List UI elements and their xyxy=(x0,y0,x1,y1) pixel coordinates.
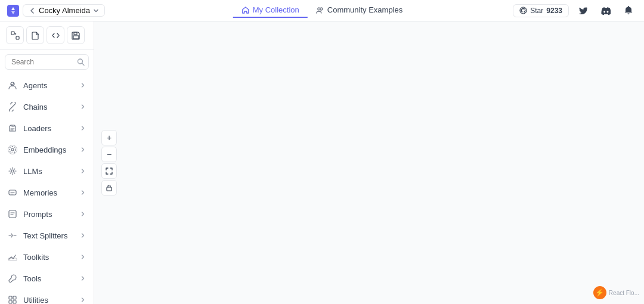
star-count: 9233 xyxy=(546,7,562,15)
svg-rect-17 xyxy=(9,296,12,299)
topbar-right: Star 9233 xyxy=(513,2,637,19)
sidebar-item-loaders[interactable]: Loaders xyxy=(0,117,94,139)
tools-icon xyxy=(7,273,18,284)
sidebar-item-label: Tools xyxy=(23,274,74,283)
chevron-right-icon xyxy=(79,82,86,89)
chevron-right-icon xyxy=(79,167,86,175)
agents-icon xyxy=(7,80,18,91)
sidebar-item-memories[interactable]: Memories xyxy=(0,182,94,203)
search-container xyxy=(5,54,89,70)
file-icon xyxy=(31,31,40,40)
svg-rect-7 xyxy=(73,36,79,39)
fit-view-button[interactable] xyxy=(101,163,117,179)
community-examples-label: Community Examples xyxy=(327,5,402,14)
chevron-down-icon xyxy=(92,7,100,14)
llms-icon xyxy=(7,166,18,176)
sidebar-toolbar xyxy=(0,21,94,49)
sidebar-icon-flow[interactable] xyxy=(6,26,24,44)
notifications-button[interactable] xyxy=(620,2,637,19)
toolkits-icon xyxy=(7,252,18,262)
reactflow-watermark: ⚡ React Flo... xyxy=(593,286,639,299)
save-icon xyxy=(72,31,80,40)
sidebar-item-agents[interactable]: Agents xyxy=(0,75,94,96)
sidebar: Agents Chains Loaders Embeddings LLMs Me… xyxy=(0,21,94,304)
sidebar-icon-file[interactable] xyxy=(26,26,44,44)
discord-button[interactable] xyxy=(597,2,614,19)
nav-community-examples[interactable]: Community Examples xyxy=(308,3,411,18)
star-button[interactable]: Star 9233 xyxy=(513,4,569,17)
sidebar-item-label: Utilities xyxy=(23,296,74,305)
loaders-icon xyxy=(7,123,18,134)
community-icon xyxy=(316,6,324,14)
chains-icon xyxy=(7,101,18,112)
text-splitters-icon xyxy=(7,230,18,241)
search-icon[interactable] xyxy=(77,58,85,66)
embeddings-icon xyxy=(7,144,18,155)
memories-icon xyxy=(7,187,18,198)
reactflow-label: React Flo... xyxy=(609,290,639,296)
sidebar-item-prompts[interactable]: Prompts xyxy=(0,203,94,225)
sidebar-item-label: Loaders xyxy=(23,124,74,133)
user-name: Cocky Almeida xyxy=(39,6,90,15)
user-menu[interactable]: Cocky Almeida xyxy=(23,4,105,17)
prompts-icon xyxy=(7,209,18,219)
lock-button[interactable] xyxy=(101,180,117,196)
sidebar-item-llms[interactable]: LLMs xyxy=(0,160,94,182)
sidebar-item-tools[interactable]: Tools xyxy=(0,268,94,289)
sidebar-item-chains[interactable]: Chains xyxy=(0,96,94,117)
zoom-in-button[interactable]: + xyxy=(101,130,117,145)
sidebar-item-label: Chains xyxy=(23,103,74,111)
my-collection-label: My Collection xyxy=(253,5,299,14)
nav-my-collection[interactable]: My Collection xyxy=(233,3,308,18)
sidebar-item-label: Prompts xyxy=(23,210,74,219)
sidebar-item-utilities[interactable]: Utilities xyxy=(0,289,94,304)
bell-icon xyxy=(624,6,633,15)
search-input[interactable] xyxy=(5,54,89,70)
star-label: Star xyxy=(530,7,543,15)
lock-icon xyxy=(105,184,113,192)
home-icon xyxy=(242,6,250,14)
sidebar-item-label: Text Splitters xyxy=(23,231,74,240)
chevron-right-icon xyxy=(79,296,86,303)
flow-icon xyxy=(11,31,20,40)
svg-point-13 xyxy=(11,170,14,172)
topbar-nav: My Collection Community Examples xyxy=(233,3,411,18)
svg-rect-18 xyxy=(13,296,16,299)
chevron-right-icon xyxy=(79,146,86,153)
bolt-icon: ⚡ xyxy=(593,286,606,299)
svg-rect-0 xyxy=(7,5,19,17)
sidebar-item-label: LLMs xyxy=(23,167,74,176)
nav-list: Agents Chains Loaders Embeddings LLMs Me… xyxy=(0,75,94,304)
topbar-left: Cocky Almeida xyxy=(7,4,105,17)
github-icon xyxy=(519,7,527,14)
svg-rect-23 xyxy=(107,187,112,191)
svg-point-2 xyxy=(320,8,323,10)
twitter-icon xyxy=(578,6,588,15)
app-logo xyxy=(7,5,19,17)
twitter-button[interactable] xyxy=(575,2,592,19)
svg-point-10 xyxy=(11,148,14,151)
chevron-right-icon xyxy=(79,253,86,260)
sidebar-item-text-splitters[interactable]: Text Splitters xyxy=(0,225,94,246)
sidebar-item-label: Toolkits xyxy=(23,253,74,262)
chevron-right-icon xyxy=(79,210,86,218)
svg-rect-6 xyxy=(74,32,77,35)
sidebar-icon-code[interactable] xyxy=(47,26,64,44)
canvas-controls: + − xyxy=(101,130,117,196)
zoom-out-button[interactable]: − xyxy=(101,147,117,162)
logo-icon xyxy=(7,5,19,17)
svg-point-11 xyxy=(10,147,16,153)
sidebar-item-label: Memories xyxy=(23,188,74,197)
chevron-right-icon xyxy=(79,125,86,132)
topbar: Cocky Almeida My Collection Community Ex… xyxy=(0,0,644,21)
svg-rect-15 xyxy=(9,210,16,218)
sidebar-item-embeddings[interactable]: Embeddings xyxy=(0,139,94,160)
canvas: + − ⚡ React Flo... xyxy=(94,21,644,304)
sidebar-item-toolkits[interactable]: Toolkits xyxy=(0,246,94,268)
sidebar-icon-save[interactable] xyxy=(67,26,85,44)
svg-rect-20 xyxy=(13,300,16,303)
code-icon xyxy=(51,31,60,40)
sidebar-item-label: Agents xyxy=(23,81,74,90)
svg-rect-19 xyxy=(9,300,12,303)
chevron-right-icon xyxy=(79,189,86,196)
